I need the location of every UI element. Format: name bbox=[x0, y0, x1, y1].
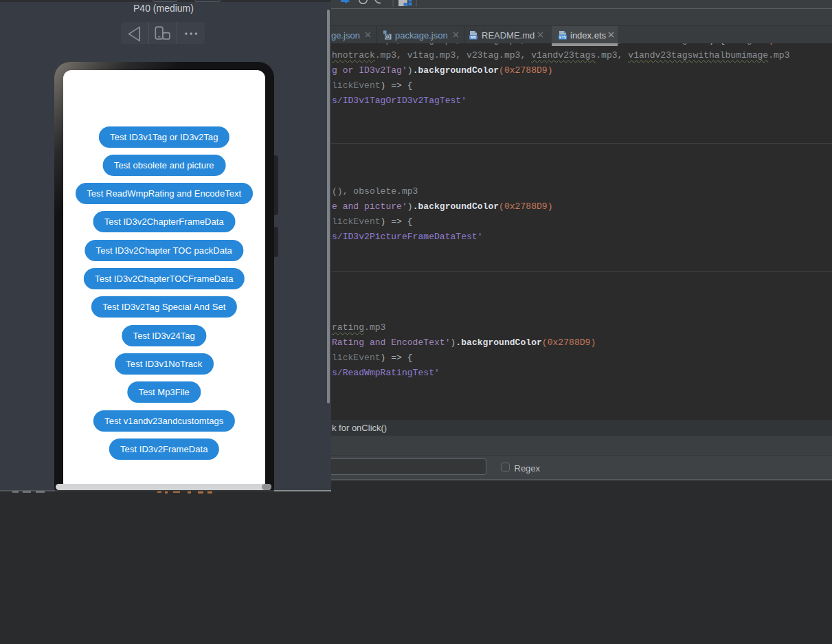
svg-text:ETS: ETS bbox=[559, 35, 567, 39]
svg-text:MD: MD bbox=[471, 35, 477, 39]
